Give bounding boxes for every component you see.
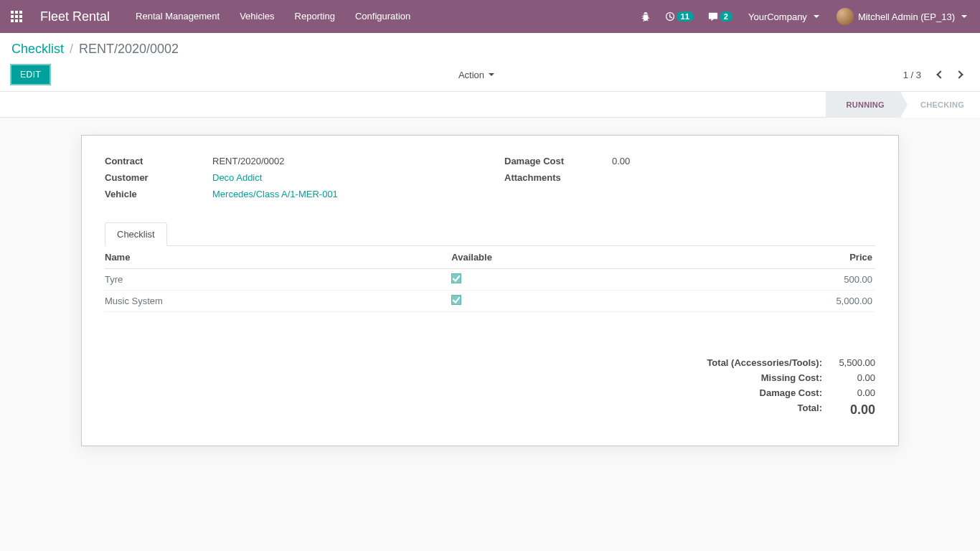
table-row[interactable]: Tyre 500.00 — [105, 269, 875, 291]
svg-rect-2 — [19, 11, 22, 14]
svg-rect-6 — [11, 19, 14, 22]
tab-checklist[interactable]: Checklist — [105, 222, 167, 246]
cell-price: 5,000.00 — [721, 291, 875, 312]
damage-cost-label: Damage Cost — [504, 156, 612, 166]
pager-next-button[interactable] — [950, 65, 969, 84]
checkbox-checked-icon — [451, 295, 461, 305]
pager-counter[interactable]: 1 / 3 — [903, 70, 921, 80]
statusbar: RUNNING CHECKING — [0, 92, 980, 118]
total-damage-label: Damage Cost: — [689, 387, 832, 398]
caret-down-icon — [961, 15, 967, 18]
checkbox-checked-icon — [451, 273, 461, 283]
caret-down-icon — [814, 15, 819, 18]
breadcrumb-parent[interactable]: Checklist — [11, 42, 64, 57]
total-grand-value: 0.00 — [832, 402, 875, 418]
menu-rental-management[interactable]: Rental Management — [126, 0, 230, 33]
breadcrumb-separator: / — [70, 42, 73, 57]
cell-available — [451, 291, 721, 312]
pager-prev-button[interactable] — [931, 65, 950, 84]
activities-badge: 11 — [677, 11, 694, 22]
breadcrumb: Checklist / RENT/2020/0002 — [0, 33, 980, 61]
damage-cost-value: 0.00 — [612, 156, 630, 166]
table-row[interactable]: Music System 5,000.00 — [105, 291, 875, 312]
contract-label: Contract — [105, 156, 212, 166]
avatar-icon — [837, 8, 854, 25]
bug-icon — [641, 11, 651, 22]
activities-tray[interactable]: 11 — [659, 0, 699, 33]
menu-configuration[interactable]: Configuration — [345, 0, 420, 33]
total-accessories-label: Total (Accessories/Tools): — [689, 357, 832, 368]
control-panel: Checklist / RENT/2020/0002 EDIT Action 1… — [0, 33, 980, 92]
status-checking[interactable]: CHECKING — [900, 92, 980, 118]
chevron-right-icon — [955, 70, 963, 78]
clock-icon — [665, 11, 675, 22]
svg-rect-1 — [15, 11, 18, 14]
vehicle-value[interactable]: Mercedes/Class A/1-MER-001 — [212, 189, 338, 199]
caret-down-icon — [489, 73, 494, 76]
systray: 11 2 YourCompany Mitchell Admin (EP_13) — [635, 0, 974, 33]
svg-rect-5 — [19, 15, 22, 18]
action-label: Action — [458, 70, 484, 80]
chevron-left-icon — [936, 70, 944, 78]
messages-tray[interactable]: 2 — [702, 0, 738, 33]
customer-label: Customer — [105, 172, 212, 183]
totals: Total (Accessories/Tools): 5,500.00 Miss… — [105, 355, 875, 420]
svg-rect-0 — [11, 11, 14, 14]
svg-rect-4 — [15, 15, 18, 18]
messages-badge: 2 — [720, 11, 732, 22]
action-dropdown[interactable]: Action — [453, 67, 500, 83]
breadcrumb-current: RENT/2020/0002 — [79, 42, 179, 57]
total-accessories-value: 5,500.00 — [832, 357, 875, 368]
th-price: Price — [721, 246, 875, 269]
total-missing-value: 0.00 — [832, 372, 875, 383]
menu-vehicles[interactable]: Vehicles — [230, 0, 284, 33]
top-menu: Rental Management Vehicles Reporting Con… — [126, 0, 420, 33]
cell-name: Music System — [105, 291, 451, 312]
apps-grid-icon — [11, 11, 22, 22]
form-sheet: Contract RENT/2020/0002 Customer Deco Ad… — [81, 135, 899, 446]
edit-button[interactable]: EDIT — [11, 65, 50, 84]
company-switcher[interactable]: YourCompany — [741, 0, 826, 33]
svg-rect-3 — [11, 15, 14, 18]
debug-menu[interactable] — [635, 0, 656, 33]
apps-menu-button[interactable] — [0, 0, 33, 33]
cell-price: 500.00 — [721, 269, 875, 291]
total-missing-label: Missing Cost: — [689, 372, 832, 383]
svg-rect-7 — [15, 19, 18, 22]
th-available: Available — [451, 246, 721, 269]
vehicle-label: Vehicle — [105, 189, 212, 199]
svg-rect-8 — [19, 19, 22, 22]
total-damage-value: 0.00 — [832, 387, 875, 398]
app-brand[interactable]: Fleet Rental — [33, 9, 126, 24]
th-name: Name — [105, 246, 451, 269]
navbar: Fleet Rental Rental Management Vehicles … — [0, 0, 980, 33]
contract-value: RENT/2020/0002 — [212, 156, 284, 166]
company-name: YourCompany — [748, 11, 807, 22]
customer-value[interactable]: Deco Addict — [212, 172, 262, 183]
user-name: Mitchell Admin (EP_13) — [858, 11, 955, 22]
total-grand-label: Total: — [689, 402, 832, 418]
user-menu[interactable]: Mitchell Admin (EP_13) — [829, 0, 974, 33]
checklist-table: Name Available Price Tyre 500.00 Music S… — [105, 246, 875, 312]
status-running[interactable]: RUNNING — [826, 92, 900, 118]
chat-icon — [708, 11, 718, 22]
tabs: Checklist — [105, 222, 875, 246]
cell-available — [451, 269, 721, 291]
attachments-label: Attachments — [504, 172, 612, 183]
menu-reporting[interactable]: Reporting — [285, 0, 345, 33]
cell-name: Tyre — [105, 269, 451, 291]
